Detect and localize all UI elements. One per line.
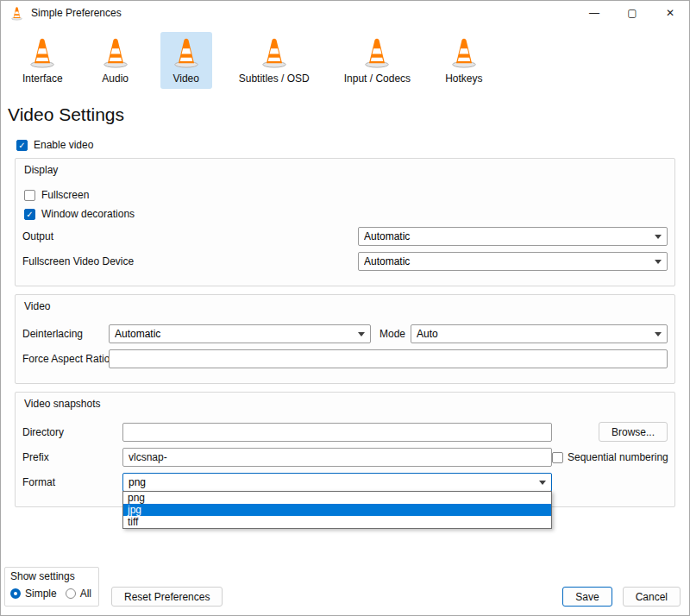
category-toolbar: Interface Audio Video Subtitles / OSD In… bbox=[1, 25, 689, 96]
directory-input[interactable] bbox=[122, 423, 552, 442]
cancel-button[interactable]: Cancel bbox=[623, 587, 681, 607]
interface-icon bbox=[26, 36, 59, 72]
directory-label: Directory bbox=[22, 426, 122, 438]
tab-input-codecs[interactable]: Input / Codecs bbox=[336, 32, 418, 89]
video-icon bbox=[170, 36, 203, 72]
tab-subtitles-osd[interactable]: Subtitles / OSD bbox=[231, 32, 317, 89]
subtitles-icon bbox=[258, 36, 291, 72]
settings-content: ✓ Enable video Display Fullscreen ✓ Wind… bbox=[1, 129, 689, 567]
fullscreen-video-device-row: Fullscreen Video Device Automatic bbox=[22, 252, 668, 271]
format-option-png[interactable]: png bbox=[123, 492, 551, 504]
simple-radio-label: Simple bbox=[25, 588, 57, 600]
tab-hotkeys-label: Hotkeys bbox=[445, 72, 482, 85]
deinterlacing-label: Deinterlacing bbox=[22, 328, 109, 340]
page-title: Video Settings bbox=[1, 96, 689, 129]
format-option-tiff[interactable]: tiff bbox=[123, 516, 551, 528]
output-value: Automatic bbox=[364, 230, 649, 242]
force-aspect-ratio-label: Force Aspect Ratio bbox=[22, 353, 109, 365]
format-label: Format bbox=[22, 476, 122, 488]
simple-radio[interactable] bbox=[10, 588, 21, 599]
preferences-window: Simple Preferences — ▢ ✕ Interface Audio… bbox=[0, 0, 690, 616]
tab-audio-label: Audio bbox=[102, 72, 129, 85]
tab-input-codecs-label: Input / Codecs bbox=[344, 72, 411, 85]
format-value: png bbox=[129, 476, 534, 488]
video-group: Video Deinterlacing Automatic Mode Auto … bbox=[15, 294, 675, 384]
fullscreen-row: Fullscreen bbox=[24, 189, 668, 201]
input-codecs-icon bbox=[361, 36, 393, 72]
tab-audio[interactable]: Audio bbox=[90, 32, 141, 89]
window-title: Simple Preferences bbox=[31, 7, 122, 19]
display-group-title: Display bbox=[22, 162, 668, 182]
mode-label: Mode bbox=[380, 328, 405, 340]
sequential-numbering-label: Sequential numbering bbox=[568, 451, 668, 463]
tab-interface[interactable]: Interface bbox=[15, 32, 71, 89]
maximize-button[interactable]: ▢ bbox=[613, 1, 651, 25]
minimize-button[interactable]: — bbox=[575, 1, 613, 25]
fullscreen-video-device-value: Automatic bbox=[364, 255, 649, 267]
dropdown-arrow-icon bbox=[655, 332, 662, 336]
enable-video-row: ✓ Enable video bbox=[16, 139, 675, 151]
mode-combobox[interactable]: Auto bbox=[411, 324, 668, 343]
tab-subtitles-osd-label: Subtitles / OSD bbox=[239, 72, 310, 85]
format-option-jpg[interactable]: jpg bbox=[123, 504, 551, 516]
sequential-numbering-row: Sequential numbering bbox=[552, 451, 668, 463]
force-aspect-ratio-row: Force Aspect Ratio bbox=[22, 349, 668, 368]
audio-icon bbox=[99, 36, 132, 72]
window-decorations-checkbox[interactable]: ✓ bbox=[24, 209, 35, 220]
fullscreen-checkbox[interactable] bbox=[24, 190, 35, 201]
footer-bar: Show settings Simple All Reset Preferenc… bbox=[1, 567, 689, 615]
video-snapshots-group: Video snapshots Directory Browse... Pref… bbox=[15, 392, 675, 507]
prefix-row: Prefix Sequential numbering bbox=[22, 448, 668, 467]
tab-video[interactable]: Video bbox=[160, 32, 212, 89]
output-combobox[interactable]: Automatic bbox=[358, 227, 668, 246]
deinterlacing-row: Deinterlacing Automatic Mode Auto bbox=[22, 324, 668, 343]
directory-row: Directory Browse... bbox=[22, 422, 668, 442]
radio-simple-item[interactable]: Simple bbox=[10, 588, 57, 600]
dropdown-arrow-icon bbox=[539, 481, 546, 485]
prefix-label: Prefix bbox=[22, 451, 122, 463]
vlc-app-icon bbox=[9, 6, 24, 21]
deinterlacing-combobox[interactable]: Automatic bbox=[109, 324, 371, 343]
dropdown-arrow-icon bbox=[655, 235, 662, 239]
browse-button[interactable]: Browse... bbox=[599, 422, 668, 442]
tab-hotkeys[interactable]: Hotkeys bbox=[437, 32, 490, 89]
window-decorations-row: ✓ Window decorations bbox=[24, 208, 668, 220]
tab-video-label: Video bbox=[172, 72, 198, 85]
prefix-input[interactable] bbox=[122, 448, 552, 467]
window-controls: — ▢ ✕ bbox=[575, 1, 689, 25]
save-button[interactable]: Save bbox=[562, 587, 612, 607]
dropdown-arrow-icon bbox=[358, 332, 365, 336]
display-group: Display Fullscreen ✓ Window decorations … bbox=[15, 158, 675, 286]
dropdown-arrow-icon bbox=[655, 260, 662, 264]
output-row: Output Automatic bbox=[22, 227, 668, 246]
format-combobox-wrap: png png jpg tiff bbox=[122, 473, 552, 492]
fullscreen-video-device-label: Fullscreen Video Device bbox=[22, 255, 358, 267]
fullscreen-label: Fullscreen bbox=[41, 189, 89, 201]
close-button[interactable]: ✕ bbox=[651, 1, 689, 25]
window-decorations-label: Window decorations bbox=[41, 208, 135, 220]
deinterlacing-value: Automatic bbox=[115, 328, 353, 340]
format-combobox[interactable]: png bbox=[122, 473, 552, 492]
enable-video-checkbox[interactable]: ✓ bbox=[16, 140, 28, 151]
tab-interface-label: Interface bbox=[22, 72, 63, 85]
radio-all-item[interactable]: All bbox=[66, 588, 91, 600]
title-bar: Simple Preferences — ▢ ✕ bbox=[1, 1, 689, 25]
reset-preferences-button[interactable]: Reset Preferences bbox=[111, 587, 223, 607]
video-group-title: Video bbox=[22, 299, 668, 318]
show-settings-title: Show settings bbox=[10, 570, 91, 588]
output-label: Output bbox=[22, 230, 358, 242]
video-snapshots-group-title: Video snapshots bbox=[22, 396, 668, 416]
format-row: Format png png jpg tiff bbox=[22, 473, 668, 492]
sequential-numbering-checkbox[interactable] bbox=[552, 452, 563, 463]
force-aspect-ratio-input[interactable] bbox=[109, 349, 668, 368]
all-radio[interactable] bbox=[66, 588, 76, 599]
all-radio-label: All bbox=[80, 588, 91, 600]
mode-value: Auto bbox=[417, 328, 649, 340]
format-dropdown-popup: png jpg tiff bbox=[122, 491, 552, 529]
fullscreen-video-device-combobox[interactable]: Automatic bbox=[358, 252, 668, 271]
hotkeys-icon bbox=[448, 36, 480, 72]
show-settings-group: Show settings Simple All bbox=[4, 567, 99, 607]
enable-video-label: Enable video bbox=[34, 139, 93, 151]
